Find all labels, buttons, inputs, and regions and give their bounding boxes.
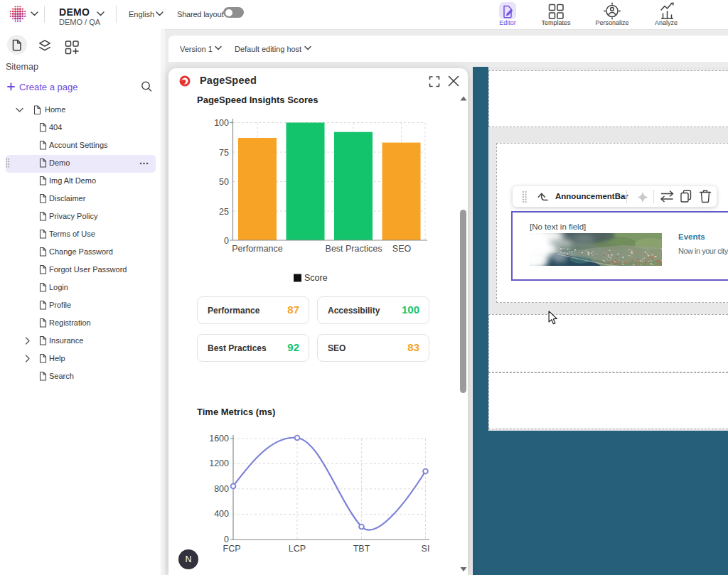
svg-text:100: 100	[214, 118, 229, 128]
svg-text:50: 50	[219, 177, 229, 187]
svg-text:TBT: TBT	[353, 544, 370, 554]
svg-text:Performance: Performance	[232, 244, 283, 254]
svg-text:25: 25	[219, 207, 229, 217]
svg-text:SI: SI	[422, 544, 430, 554]
svg-text:0: 0	[224, 236, 229, 246]
svg-text:75: 75	[219, 148, 229, 158]
svg-text:1600: 1600	[209, 434, 229, 444]
svg-text:400: 400	[214, 509, 229, 519]
svg-text:LCP: LCP	[289, 544, 306, 554]
svg-text:1200: 1200	[209, 458, 229, 468]
svg-text:SEO: SEO	[392, 244, 412, 254]
svg-text:0: 0	[224, 534, 229, 544]
svg-text:FCP: FCP	[223, 544, 241, 554]
svg-text:Score: Score	[304, 273, 328, 283]
svg-text:Best Practices: Best Practices	[326, 244, 382, 254]
svg-text:800: 800	[214, 484, 229, 494]
